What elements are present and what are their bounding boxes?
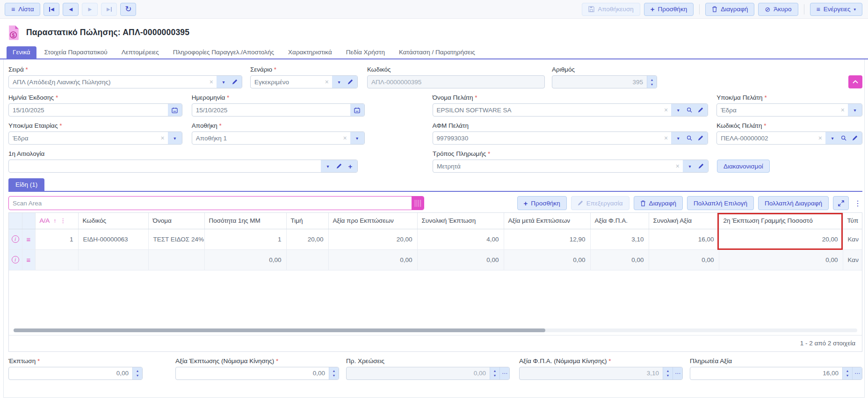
number-stepper[interactable]: ▲▼ <box>132 367 142 379</box>
number-stepper[interactable]: ▲▼ <box>663 367 673 379</box>
column-header-aksia-meta[interactable]: Αξία μετά Εκπτώσεων <box>504 213 590 229</box>
last-record-button[interactable]: ▶ <box>101 3 117 16</box>
ypokma-pelati-input[interactable] <box>717 104 839 116</box>
column-header-sinoliki-ekptosi[interactable]: Συνολική Έκπτωση <box>417 213 504 229</box>
calendar-icon[interactable] <box>169 104 181 116</box>
calendar-icon[interactable] <box>352 104 363 116</box>
first-record-button[interactable]: ◀ <box>43 3 59 16</box>
tab-katastasi-paratiriseis[interactable]: Κατάσταση / Παρατηρήσεις <box>393 46 481 58</box>
refresh-button[interactable]: ↻ <box>120 3 136 16</box>
clear-icon[interactable]: × <box>323 78 332 86</box>
tropos-pliromis-input[interactable] <box>433 160 674 172</box>
afm-pelati-input[interactable] <box>433 132 662 144</box>
edit-pencil-icon[interactable] <box>695 160 707 172</box>
more-options-button[interactable]: ⋯ <box>852 367 862 379</box>
chevron-down-icon[interactable]: ▾ <box>673 104 684 116</box>
number-stepper[interactable]: ▲▼ <box>647 76 657 88</box>
chevron-down-icon[interactable]: ▾ <box>849 104 861 116</box>
chevron-down-icon[interactable]: ▾ <box>169 132 181 144</box>
column-header-ekptosi2-pososto[interactable]: 2η Έκπτωση Γραμμής Ποσοστό <box>719 213 843 229</box>
horizontal-scrollbar[interactable] <box>14 328 857 332</box>
aksia-ekptosis-input[interactable] <box>176 367 329 379</box>
search-icon[interactable] <box>684 132 695 144</box>
clear-icon[interactable]: × <box>662 134 671 142</box>
search-icon[interactable] <box>838 132 849 144</box>
add-button[interactable]: + Προσθήκη <box>644 3 694 16</box>
chevron-down-icon[interactable]: ▾ <box>352 132 363 144</box>
settlements-button[interactable]: Διακανονισμοί <box>717 160 770 173</box>
column-header-timi[interactable]: Τιμή <box>286 213 328 229</box>
column-header-aksia-pro[interactable]: Αξία προ Εκπτώσεων <box>328 213 417 229</box>
column-header-posotita[interactable]: Ποσότητα 1ης ΜΜ <box>204 213 286 229</box>
tab-plirofories-apostolis[interactable]: Πληροφορίες Παραγγελ./Αποστολής <box>167 46 280 58</box>
seira-input[interactable] <box>9 76 208 88</box>
column-header-fpa[interactable]: Αξία Φ.Π.Α. <box>590 213 649 229</box>
clear-icon[interactable]: × <box>674 162 683 170</box>
edit-pencil-icon[interactable] <box>229 76 240 88</box>
multi-delete-button[interactable]: Πολλαπλή Διαγραφή <box>758 196 829 210</box>
tab-pedia-xristi[interactable]: Πεδία Χρήστη <box>340 46 391 58</box>
number-stepper[interactable]: ▲▼ <box>842 367 852 379</box>
more-options-button[interactable]: ⋯ <box>499 367 509 379</box>
row-info-icon[interactable]: i <box>12 256 19 263</box>
grid-add-button[interactable]: + Προσθήκη <box>517 196 567 210</box>
multi-select-button[interactable]: Πολλαπλή Επιλογή <box>687 196 754 210</box>
more-options-button[interactable]: ⋯ <box>673 367 682 379</box>
edit-pencil-icon[interactable] <box>345 76 356 88</box>
chevron-down-icon[interactable]: ▾ <box>218 76 229 88</box>
cancel-button[interactable]: ⊘ Άκυρο <box>758 3 798 16</box>
aitiologia-input[interactable] <box>9 160 321 172</box>
chevron-down-icon[interactable]: ▾ <box>333 76 345 88</box>
clear-icon[interactable]: × <box>839 106 848 114</box>
grid-delete-button[interactable]: Διαγραφή <box>634 196 683 210</box>
tab-leptomereies[interactable]: Λεπτομέρειες <box>116 46 165 58</box>
row-info-icon[interactable]: i <box>12 235 19 243</box>
ekptosi-input[interactable] <box>9 367 132 379</box>
add-new-icon[interactable]: + <box>345 160 356 172</box>
number-stepper[interactable]: ▲▼ <box>490 367 499 379</box>
grid-edit-button[interactable]: Επεξεργασία <box>571 196 629 210</box>
scrollbar-thumb[interactable] <box>14 328 545 332</box>
chevron-down-icon[interactable]: ▾ <box>684 160 695 172</box>
delete-button[interactable]: Διαγραφή <box>705 3 754 16</box>
sort-ascending-icon[interactable]: ↑ <box>53 218 56 224</box>
clear-icon[interactable]: × <box>159 134 168 142</box>
tab-genika[interactable]: Γενικά <box>7 46 36 58</box>
tab-eidi[interactable]: Είδη (1) <box>8 178 44 191</box>
hmerominia-input[interactable] <box>192 104 350 116</box>
column-header-kodikos[interactable]: Κωδικός <box>78 213 148 229</box>
save-button[interactable]: Αποθήκευση <box>582 3 640 16</box>
column-header-onoma[interactable]: Όνομα <box>148 213 204 229</box>
expand-grid-button[interactable] <box>833 196 849 210</box>
ypokma-etairias-input[interactable] <box>9 132 159 144</box>
chevron-down-icon[interactable]: ▾ <box>673 132 684 144</box>
column-header-aa[interactable]: Α/Α↑⋮ <box>35 213 78 229</box>
senario-input[interactable] <box>251 76 323 88</box>
clear-icon[interactable]: × <box>662 106 671 114</box>
grid-more-options-button[interactable]: ⋮ <box>853 199 862 208</box>
actions-button[interactable]: ≡ Ενέργειες ▾ <box>810 3 862 16</box>
tab-xaraktiristika[interactable]: Χαρακτηριστικά <box>282 46 338 58</box>
apothiki-input[interactable] <box>192 132 341 144</box>
clear-icon[interactable]: × <box>208 78 217 86</box>
chevron-down-icon[interactable]: ▾ <box>322 160 333 172</box>
onoma-pelati-input[interactable] <box>433 104 662 116</box>
next-record-button[interactable]: ▶ <box>82 3 98 16</box>
column-header-sinoliki-aksia[interactable]: Συνολική Αξία <box>649 213 719 229</box>
edit-pencil-icon[interactable] <box>695 104 706 116</box>
edit-pencil-icon[interactable] <box>333 160 345 172</box>
clear-icon[interactable]: × <box>817 134 825 142</box>
scan-area-input[interactable] <box>9 197 412 210</box>
hm-ekdosis-input[interactable] <box>9 104 168 116</box>
table-row[interactable]: i ≡ 0,00 0,00 0,00 0,00 0,00 0,00 0,00 Κ <box>9 249 862 270</box>
search-icon[interactable] <box>684 104 695 116</box>
clear-icon[interactable]: × <box>341 134 350 142</box>
collapse-panel-button[interactable] <box>848 75 862 88</box>
previous-record-button[interactable]: ◀ <box>63 3 79 16</box>
edit-pencil-icon[interactable] <box>849 132 861 144</box>
column-menu-icon[interactable]: ⋮ <box>60 217 66 224</box>
barcode-scan-button[interactable] <box>412 197 424 210</box>
edit-pencil-icon[interactable] <box>695 132 706 144</box>
row-menu-icon[interactable]: ≡ <box>27 256 31 264</box>
list-button[interactable]: ≡ Λίστα <box>5 3 40 16</box>
